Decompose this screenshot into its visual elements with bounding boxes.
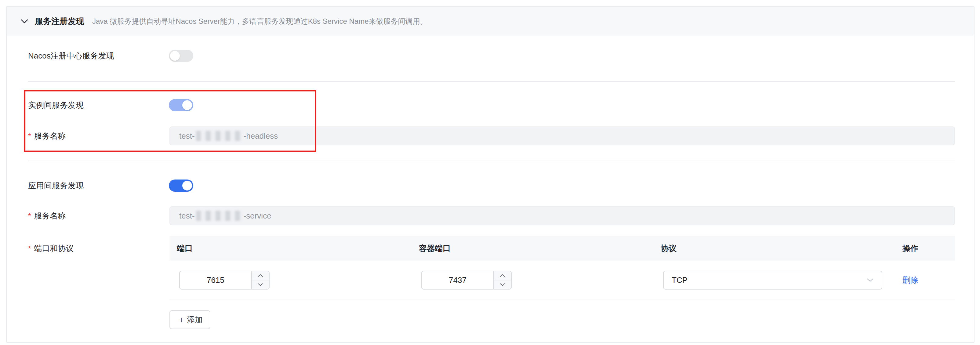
app-discovery-toggle[interactable] [169, 179, 193, 192]
add-port-button[interactable]: ＋ 添加 [169, 310, 210, 329]
chevron-down-icon [866, 278, 874, 282]
protocol-selected-value: TCP [671, 275, 687, 285]
chevron-down-icon [258, 283, 263, 286]
panel-title: 服务注册发现 [35, 16, 84, 27]
plus-icon: ＋ [177, 315, 186, 324]
instance-discovery-toggle[interactable] [169, 99, 193, 111]
stepper-up-button[interactable] [252, 271, 269, 280]
container-port-number-input[interactable]: 7437 [421, 271, 512, 290]
port-value[interactable]: 7615 [180, 271, 251, 289]
redacted-text-block [196, 131, 242, 141]
divider [28, 161, 955, 161]
column-header-action: 操作 [895, 243, 955, 254]
add-button-label: 添加 [187, 315, 203, 325]
toggle-knob [182, 100, 192, 110]
column-header-container-port: 容器端口 [412, 243, 653, 254]
input-value-prefix: test- [179, 211, 195, 221]
service-discovery-panel: 服务注册发现 Java 微服务提供自动寻址Nacos Server能力，多语言服… [6, 6, 975, 343]
input-value-prefix: test- [179, 131, 195, 141]
required-asterisk: * [28, 212, 31, 220]
ports-table-header: 端口 容器端口 协议 操作 [169, 236, 955, 261]
container-port-value[interactable]: 7437 [422, 271, 493, 289]
stepper-down-button[interactable] [252, 280, 269, 289]
input-value-suffix: -headless [243, 131, 278, 141]
input-value-suffix: -service [243, 211, 271, 221]
nacos-discovery-label: Nacos注册中心服务发现 [28, 51, 114, 61]
required-asterisk: * [28, 132, 31, 140]
ports-protocol-label: *端口和协议 [28, 243, 73, 254]
divider [28, 81, 955, 82]
required-asterisk: * [28, 244, 31, 253]
redacted-text-block [196, 210, 242, 221]
port-stepper [251, 271, 269, 289]
panel-header: 服务注册发现 Java 微服务提供自动寻址Nacos Server能力，多语言服… [7, 7, 974, 36]
chevron-up-icon [258, 274, 263, 277]
app-service-name-input[interactable]: test--service [169, 206, 955, 225]
protocol-select[interactable]: TCP [663, 271, 882, 290]
nacos-discovery-toggle[interactable] [169, 50, 193, 62]
instance-discovery-label: 实例间服务发现 [28, 100, 84, 111]
chevron-down-icon [500, 283, 505, 286]
toggle-knob [182, 181, 192, 190]
collapse-chevron-icon[interactable] [20, 18, 29, 24]
container-port-stepper [493, 271, 511, 289]
column-header-protocol: 协议 [653, 243, 895, 254]
port-number-input[interactable]: 7615 [179, 271, 270, 290]
delete-row-link[interactable]: 删除 [902, 275, 918, 286]
column-header-port: 端口 [169, 243, 412, 254]
stepper-up-button[interactable] [494, 271, 511, 280]
app-service-name-label: *服务名称 [28, 210, 66, 221]
app-discovery-label: 应用间服务发现 [28, 180, 84, 191]
ports-table: 端口 容器端口 协议 操作 7615 [169, 236, 955, 300]
stepper-down-button[interactable] [494, 280, 511, 289]
chevron-up-icon [500, 274, 505, 277]
instance-service-name-input[interactable]: test--headless [169, 127, 955, 146]
panel-description: Java 微服务提供自动寻址Nacos Server能力，多语言服务发现通过K8… [92, 16, 427, 26]
toggle-knob [170, 51, 180, 61]
instance-service-name-label: *服务名称 [28, 131, 66, 141]
table-row: 7615 [169, 261, 955, 300]
